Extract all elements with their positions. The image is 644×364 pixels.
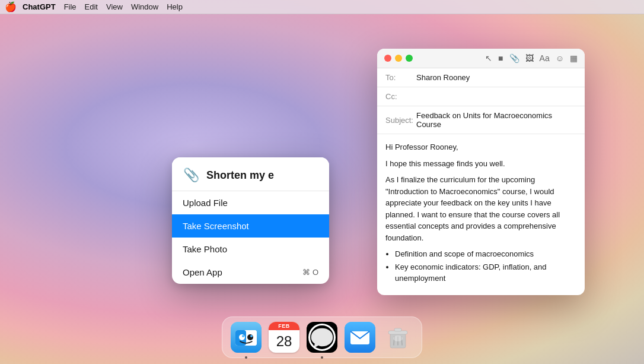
finder-active-dot	[245, 356, 247, 359]
email-greeting: Hi Professor Rooney,	[385, 141, 576, 153]
menubar-edit[interactable]: Edit	[85, 2, 98, 11]
menubar-window[interactable]: Window	[131, 2, 158, 11]
context-menu-header: 📎 Shorten my e	[172, 157, 329, 191]
chatgpt-icon	[307, 322, 337, 353]
email-unit1-item1: Definition and scope of macroeconomics	[395, 248, 576, 260]
font-size-icon[interactable]: Aa	[540, 53, 550, 63]
dock: FEB 28	[222, 316, 422, 358]
menubar: 🍎 ChatGPT File Edit View Window Help	[0, 0, 644, 14]
email-header-fields: To: Sharon Rooney Cc: Subject: Feedback …	[377, 68, 585, 134]
menu-item-take-photo[interactable]: Take Photo	[172, 238, 329, 261]
menubar-file[interactable]: File	[64, 2, 76, 11]
trash-icon	[382, 322, 413, 353]
email-body[interactable]: Hi Professor Rooney, I hope this message…	[377, 134, 585, 295]
menubar-view[interactable]: View	[106, 2, 123, 11]
desktop: 🍎 ChatGPT File Edit View Window Help 📎 S…	[0, 0, 644, 364]
svg-point-17	[393, 335, 403, 341]
attachment-icon[interactable]: 📎	[509, 53, 519, 63]
open-app-shortcut: ⌘ O	[302, 268, 318, 277]
calendar-icon: FEB 28	[269, 322, 299, 353]
window-minimize-button[interactable]	[395, 55, 402, 62]
chatgpt-active-dot	[321, 356, 323, 359]
dock-item-chatgpt[interactable]	[305, 321, 339, 354]
menubar-app-name[interactable]: ChatGPT	[23, 2, 56, 11]
menu-item-take-screenshot[interactable]: Take Screenshot	[172, 214, 329, 238]
to-field[interactable]: To: Sharon Rooney	[377, 68, 585, 87]
window-controls	[384, 55, 413, 62]
format-icon[interactable]: ■	[498, 53, 503, 63]
email-toolbar-icons: ↖ ■ 📎 🖼 Aa ☺ ▦	[485, 53, 578, 63]
subject-value: Feedback on Units for Macroeconomics Cou…	[416, 111, 576, 129]
svg-point-6	[242, 335, 244, 337]
dock-item-mail[interactable]	[343, 321, 377, 354]
subject-field[interactable]: Subject: Feedback on Units for Macroecon…	[377, 106, 585, 134]
context-menu-title: Shorten my e	[206, 169, 274, 182]
send-icon[interactable]: ↖	[485, 53, 492, 63]
email-unit1-list: Definition and scope of macroeconomics K…	[395, 248, 576, 284]
dock-item-calendar[interactable]: FEB 28	[267, 321, 301, 354]
to-label: To:	[385, 73, 416, 82]
more-icon[interactable]: ▦	[570, 53, 578, 63]
menu-item-open-app[interactable]: Open App ⌘ O	[172, 261, 329, 284]
svg-point-7	[250, 335, 253, 337]
email-opening: I hope this message finds you well.	[385, 158, 576, 170]
context-menu-popup: 📎 Shorten my e Upload File Take Screensh…	[172, 157, 329, 284]
svg-point-5	[247, 334, 253, 340]
emoji-icon[interactable]: ☺	[556, 53, 564, 63]
paperclip-icon: 📎	[181, 166, 200, 185]
window-close-button[interactable]	[384, 55, 391, 62]
dock-item-finder[interactable]	[229, 321, 263, 354]
calendar-month: FEB	[269, 322, 299, 330]
subject-label: Subject:	[385, 116, 416, 125]
apple-menu[interactable]: 🍎	[5, 1, 17, 12]
email-compose-window: ↖ ■ 📎 🖼 Aa ☺ ▦ To: Sharon Rooney Cc: Sub…	[377, 49, 585, 295]
svg-point-4	[239, 334, 245, 340]
dock-item-trash[interactable]	[381, 321, 415, 354]
to-value: Sharon Rooney	[416, 73, 470, 82]
svg-rect-13	[394, 328, 401, 331]
finder-icon	[231, 322, 262, 353]
email-unit1-item2: Key economic indicators: GDP, inflation,…	[395, 261, 576, 284]
cc-field[interactable]: Cc:	[377, 87, 585, 106]
menu-item-upload-file[interactable]: Upload File	[172, 191, 329, 214]
photo-icon[interactable]: 🖼	[525, 53, 534, 63]
mail-icon	[345, 322, 375, 353]
email-main-text: As I finalize the curriculum for the upc…	[385, 174, 576, 243]
window-maximize-button[interactable]	[406, 55, 413, 62]
email-toolbar: ↖ ■ 📎 🖼 Aa ☺ ▦	[377, 49, 585, 68]
calendar-date: 28	[269, 330, 299, 353]
menubar-help[interactable]: Help	[167, 2, 183, 11]
cc-label: Cc:	[385, 92, 416, 101]
